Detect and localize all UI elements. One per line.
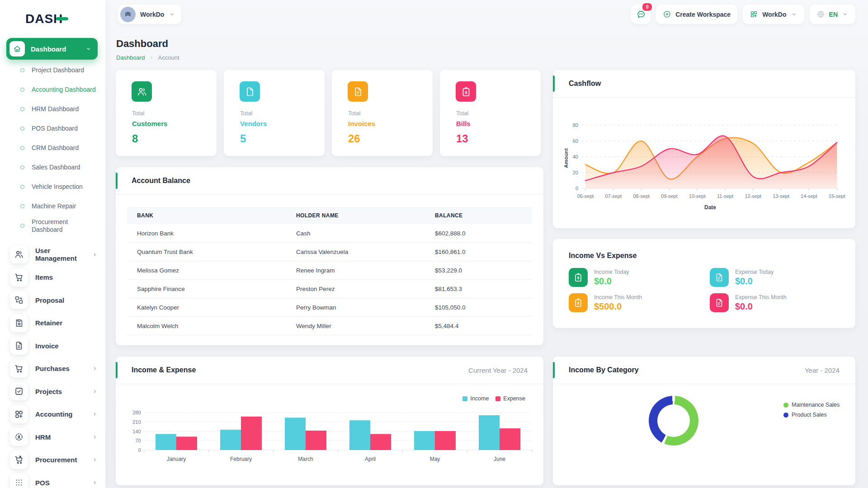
tile-label: Income Today <box>594 269 629 275</box>
table-row: Quantum Trust Bank Carissa Valenzuela $1… <box>127 243 532 261</box>
account-balance-title: Account Balance <box>132 177 190 185</box>
sidebar-item-label: Procurement <box>35 456 91 464</box>
sidebar-item-items[interactable]: Items <box>0 266 105 289</box>
file-invoice-icon <box>710 293 729 312</box>
workspace-name: WorkDo <box>140 11 164 18</box>
sidebar-item-label: Retainer <box>35 319 98 327</box>
stat-card-invoices: Total Invoices 26 <box>332 70 433 156</box>
sidebar-dashboard-list: Project Dashboard Accounting Dashboard H… <box>0 61 105 235</box>
stat-total-label: Total <box>456 110 468 117</box>
stat-label: Invoices <box>348 120 375 127</box>
sidebar-item-machine-repair[interactable]: Machine Repair <box>0 197 105 216</box>
app-logo[interactable]: DASH <box>25 12 68 26</box>
income-by-category-card: Income By Category Year - 2024 Maintenan… <box>553 357 855 485</box>
tile-value: $0.0 <box>735 276 774 286</box>
sidebar-item-crm-dashboard[interactable]: CRM Dashboard <box>0 138 105 158</box>
tile-label: Expense This Month <box>735 294 787 300</box>
svg-text:80: 80 <box>573 122 578 128</box>
svg-text:$: $ <box>465 90 467 94</box>
stat-label: Customers <box>132 120 167 127</box>
svg-text:10-sept: 10-sept <box>689 193 706 199</box>
cell-bank: Katelyn Cooper <box>137 304 296 311</box>
cell-holder: Perry Bowman <box>296 304 435 311</box>
language-selector[interactable]: EN <box>810 5 855 24</box>
app-switcher-button[interactable]: WorkDo <box>743 5 804 24</box>
table-row: Sapphire Finance Preston Perez $81,653.3 <box>127 280 532 298</box>
sidebar: DASH Dashboard Project Dashboard Account… <box>0 0 105 488</box>
sidebar-menu-list: User Management Items Proposal Retainer … <box>0 243 105 488</box>
sidebar-item-project-dashboard[interactable]: Project Dashboard <box>0 61 105 80</box>
sidebar-item-label: Sales Dashboard <box>32 162 99 173</box>
sidebar-item-user-management[interactable]: User Management <box>0 243 105 266</box>
clipboard-dollar-icon: $ <box>569 293 588 312</box>
sidebar-item-accounting[interactable]: Accounting <box>0 403 105 426</box>
sidebar-item-purchases[interactable]: Purchases <box>0 357 105 380</box>
svg-text:13-sept: 13-sept <box>773 193 789 199</box>
sidebar-item-label: User Management <box>35 247 91 262</box>
income-vs-expense-title: Income Vs Expense <box>553 239 855 260</box>
tile-value: $0.0 <box>735 301 787 312</box>
svg-text:08-sept: 08-sept <box>633 193 650 199</box>
floppy-icon <box>10 314 28 332</box>
income-expense-chart: 070140210280JanuaryFebruaryMarchAprilMay… <box>125 399 534 467</box>
table-body: Horizon Bank Cash $602,888.0 Quantum Tru… <box>127 224 532 335</box>
sidebar-item-pos-dashboard[interactable]: POS Dashboard <box>0 119 105 138</box>
svg-text:May: May <box>430 456 440 462</box>
chevron-down-icon <box>85 45 92 52</box>
cell-bank: Quantum Trust Bank <box>137 249 296 255</box>
chevron-right-icon <box>91 479 98 486</box>
users-icon <box>132 81 152 102</box>
sidebar-item-projects[interactable]: Projects <box>0 380 105 403</box>
column-header: BALANCE <box>435 212 522 219</box>
sidebar-item-pos[interactable]: POS <box>0 471 105 488</box>
stat-total-label: Total <box>132 110 144 117</box>
svg-text:April: April <box>365 456 376 462</box>
sidebar-item-procurement-dashboard[interactable]: Procurement Dashboard <box>0 216 105 235</box>
svg-text:$: $ <box>577 276 580 280</box>
chevron-right-icon <box>91 456 98 463</box>
circle-bullet-icon <box>20 107 24 111</box>
chevron-down-icon <box>169 11 175 18</box>
stat-label: Vendors <box>240 120 267 127</box>
svg-text:Date: Date <box>704 204 716 211</box>
sidebar-item-sales-dashboard[interactable]: Sales Dashboard <box>0 158 105 177</box>
svg-text:January: January <box>167 456 186 462</box>
cell-holder: Wendy Miller <box>296 323 435 329</box>
svg-text:15-sept: 15-sept <box>829 193 845 199</box>
home-icon <box>9 41 25 56</box>
cashflow-card: Cashflow 02040608006-sept07-sept08-sept0… <box>553 70 855 228</box>
income-expense-title: Income & Expense <box>132 366 196 374</box>
square-check-icon <box>10 382 28 400</box>
file-icon <box>240 81 260 102</box>
sidebar-item-accounting-dashboard[interactable]: Accounting Dashboard <box>0 80 105 99</box>
create-workspace-button[interactable]: Create Workspace <box>656 5 737 24</box>
circle-bullet-icon <box>20 224 24 228</box>
cell-holder: Cash <box>296 230 435 237</box>
sidebar-item-proposal[interactable]: Proposal <box>0 289 105 312</box>
sidebar-item-retainer[interactable]: Retainer <box>0 312 105 335</box>
schema-icon <box>10 291 28 309</box>
income-vs-expense-grid: $ Income Today $0.0 Expense Today $0.0 $… <box>553 260 855 312</box>
cell-bank: Melissa Gomez <box>137 267 296 274</box>
cell-holder: Carissa Valenzuela <box>296 249 435 255</box>
grid-add-icon <box>750 10 758 19</box>
sidebar-item-label: Machine Repair <box>32 201 99 212</box>
messages-button[interactable]: 0 <box>631 5 651 24</box>
sidebar-item-hrm[interactable]: HRM <box>0 426 105 449</box>
column-header: BANK <box>137 212 296 219</box>
sidebar-item-invoice[interactable]: Invoice <box>0 334 105 357</box>
chevron-right-icon <box>91 411 98 418</box>
cell-bank: Sapphire Finance <box>137 286 296 292</box>
workspace-selector[interactable]: WorkDo <box>118 5 181 24</box>
sidebar-item-hrm-dashboard[interactable]: HRM Dashboard <box>0 99 105 119</box>
chevron-right-icon <box>91 365 98 372</box>
topbar-actions: 0 Create Workspace WorkDo EN <box>631 5 855 24</box>
svg-text:09-sept: 09-sept <box>661 193 678 199</box>
breadcrumb-dashboard-link[interactable]: Dashboard <box>116 54 145 61</box>
tile-label: Income This Month <box>594 294 642 300</box>
sidebar-item-dashboard-active[interactable]: Dashboard <box>6 38 98 60</box>
svg-text:0: 0 <box>576 186 578 191</box>
sidebar-item-vehicle-inspection[interactable]: Vehicle Inspection <box>0 177 105 197</box>
income-expense-header: Income & Expense Current Year - 2024 <box>116 357 543 384</box>
sidebar-item-procurement[interactable]: Procurement <box>0 449 105 472</box>
